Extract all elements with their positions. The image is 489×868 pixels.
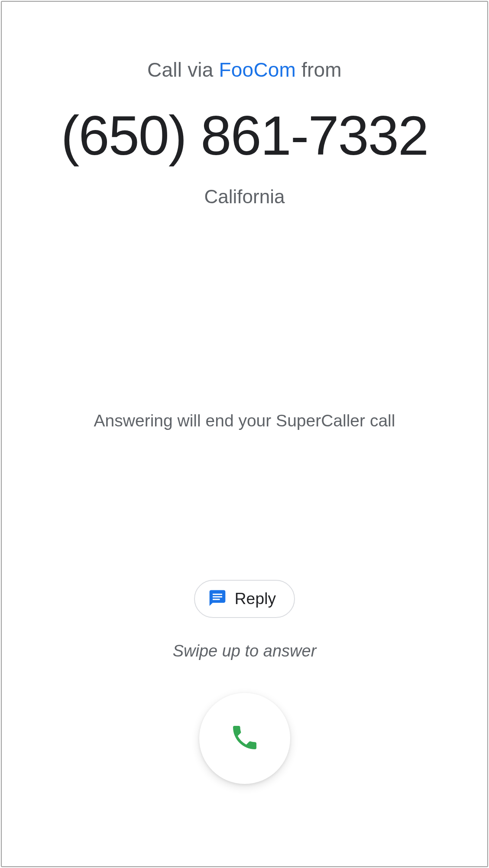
- call-conflict-warning: Answering will end your SuperCaller call: [94, 411, 395, 430]
- swipe-hint: Swipe up to answer: [173, 642, 317, 660]
- svg-rect-1: [213, 596, 222, 598]
- message-icon: [208, 588, 227, 609]
- phone-icon: [229, 722, 260, 755]
- reply-button[interactable]: Reply: [194, 580, 295, 618]
- caller-location: California: [2, 186, 487, 208]
- answer-button[interactable]: [199, 693, 290, 784]
- svg-rect-2: [213, 598, 220, 600]
- call-via-line: Call via FooCom from: [2, 58, 487, 81]
- svg-rect-0: [213, 594, 222, 595]
- call-header: Call via FooCom from (650) 861-7332 Cali…: [2, 58, 487, 208]
- phone-number: (650) 861-7332: [2, 105, 487, 166]
- call-via-prefix: Call via: [147, 59, 219, 81]
- reply-label: Reply: [235, 590, 276, 608]
- incoming-call-screen: Call via FooCom from (650) 861-7332 Cali…: [1, 1, 488, 867]
- call-via-provider: FooCom: [219, 59, 296, 81]
- call-via-suffix: from: [296, 59, 342, 81]
